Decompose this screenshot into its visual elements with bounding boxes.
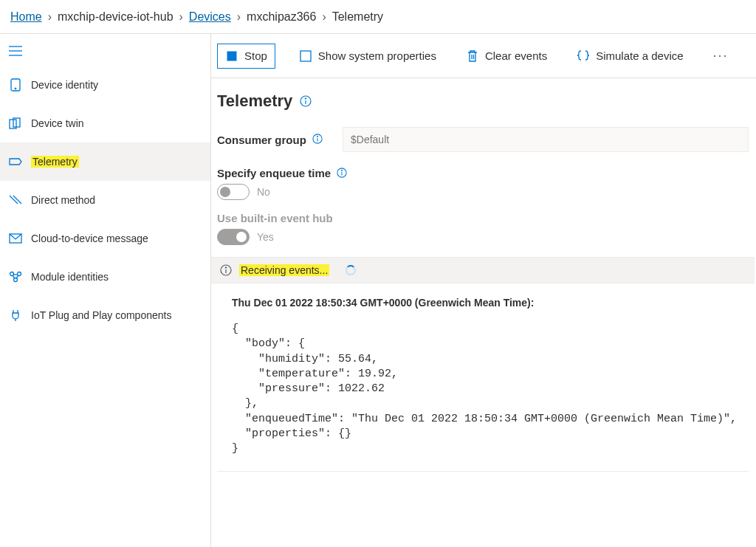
status-text: Receiving events...: [239, 264, 329, 276]
status-bar: Receiving events...: [211, 257, 755, 283]
info-icon[interactable]: [312, 134, 324, 145]
breadcrumb: Home › mxchip-device-iot-hub › Devices ›…: [0, 0, 756, 34]
sidebar-item-label: Module identities: [31, 271, 109, 283]
toolbar: Stop Show system properties Clear events…: [211, 34, 756, 78]
more-actions-button[interactable]: ···: [707, 45, 735, 66]
svg-point-26: [342, 170, 343, 171]
svg-line-8: [13, 196, 21, 204]
plug-play-icon: [9, 309, 22, 322]
stop-button[interactable]: Stop: [217, 44, 275, 69]
sidebar-item-device-twin[interactable]: Device twin: [0, 104, 210, 142]
use-builtin-field: Use built-in event hub Yes: [217, 212, 749, 245]
toolbar-label: Clear events: [485, 49, 547, 62]
event-timestamp: Thu Dec 01 2022 18:50:34 GMT+0000 (Green…: [232, 297, 741, 309]
page-title: Telemetry: [217, 92, 292, 111]
checkbox-icon: [299, 49, 312, 63]
breadcrumb-page: Telemetry: [332, 10, 383, 24]
module-identities-icon: [9, 270, 22, 283]
toolbar-label: Show system properties: [318, 49, 436, 62]
info-icon: [220, 264, 232, 276]
breadcrumb-device[interactable]: mxchipaz366: [247, 10, 316, 24]
svg-point-11: [18, 272, 21, 276]
svg-point-20: [306, 98, 307, 100]
consumer-group-label: Consumer group: [217, 134, 306, 146]
clear-events-button[interactable]: Clear events: [460, 47, 553, 66]
consumer-group-input[interactable]: [343, 127, 749, 152]
sidebar-item-plug-play[interactable]: IoT Plug and Play components: [0, 296, 210, 334]
trash-icon: [466, 49, 479, 63]
sidebar-item-label: Cloud-to-device message: [31, 233, 148, 244]
sidebar-item-label: Direct method: [31, 194, 95, 206]
device-twin-icon: [9, 117, 22, 130]
svg-line-7: [10, 196, 18, 204]
specify-enqueue-field: Specify enqueue time No: [217, 167, 749, 200]
svg-line-15: [16, 275, 18, 278]
info-icon[interactable]: [337, 168, 348, 179]
svg-point-10: [10, 272, 14, 276]
breadcrumb-separator: ›: [179, 10, 183, 24]
breadcrumb-separator: ›: [322, 10, 326, 24]
breadcrumb-separator: ›: [237, 10, 241, 24]
event-block: Thu Dec 01 2022 18:50:34 GMT+0000 (Green…: [217, 297, 749, 472]
specify-enqueue-toggle[interactable]: [217, 184, 250, 200]
use-builtin-toggle[interactable]: [217, 229, 250, 245]
breadcrumb-separator: ›: [48, 10, 52, 24]
show-system-properties-button[interactable]: Show system properties: [293, 47, 442, 66]
device-identity-icon: [9, 78, 22, 92]
svg-point-29: [225, 267, 227, 269]
svg-line-14: [13, 275, 15, 278]
sidebar-item-device-identity[interactable]: Device identity: [0, 66, 210, 104]
breadcrumb-devices[interactable]: Devices: [189, 10, 231, 24]
breadcrumb-home[interactable]: Home: [10, 10, 42, 24]
svg-rect-17: [300, 51, 311, 61]
braces-icon: [577, 49, 590, 63]
sidebar-item-cloud-to-device[interactable]: Cloud-to-device message: [0, 219, 210, 258]
sidebar-item-label: Device identity: [31, 79, 98, 91]
event-json: { "body": { "humidity": 55.64, "temperat…: [232, 322, 741, 456]
svg-rect-16: [227, 52, 236, 61]
sidebar-item-label: Device twin: [31, 117, 84, 129]
sidebar-item-direct-method[interactable]: Direct method: [0, 181, 210, 219]
sidebar: Device identity Device twin Telemetry Di…: [0, 34, 211, 547]
sidebar-item-module-identities[interactable]: Module identities: [0, 258, 210, 296]
toolbar-label: Stop: [244, 49, 267, 62]
mail-icon: [9, 232, 22, 245]
content-area: Telemetry Consumer group Specify enqueue…: [211, 78, 756, 547]
breadcrumb-hub[interactable]: mxchip-device-iot-hub: [58, 10, 173, 24]
svg-point-12: [14, 278, 18, 282]
use-builtin-value: Yes: [257, 231, 274, 243]
specify-enqueue-label: Specify enqueue time: [217, 167, 331, 179]
stop-icon: [225, 49, 238, 63]
spinner-icon: [346, 265, 356, 275]
svg-point-4: [15, 88, 16, 89]
main-panel: Stop Show system properties Clear events…: [211, 34, 756, 547]
svg-point-23: [317, 136, 317, 137]
sidebar-item-label: Telemetry: [31, 156, 79, 168]
telemetry-icon: [9, 155, 22, 168]
sidebar-item-label: IoT Plug and Play components: [31, 309, 171, 321]
specify-enqueue-value: No: [257, 186, 270, 198]
toolbar-label: Simulate a device: [596, 49, 683, 62]
use-builtin-label: Use built-in event hub: [217, 212, 333, 224]
simulate-device-button[interactable]: Simulate a device: [571, 47, 689, 66]
info-icon[interactable]: [300, 95, 312, 107]
sidebar-item-telemetry[interactable]: Telemetry: [0, 142, 210, 181]
consumer-group-field: Consumer group: [217, 127, 749, 152]
hamburger-menu-icon[interactable]: [0, 40, 210, 66]
direct-method-icon: [9, 193, 22, 207]
